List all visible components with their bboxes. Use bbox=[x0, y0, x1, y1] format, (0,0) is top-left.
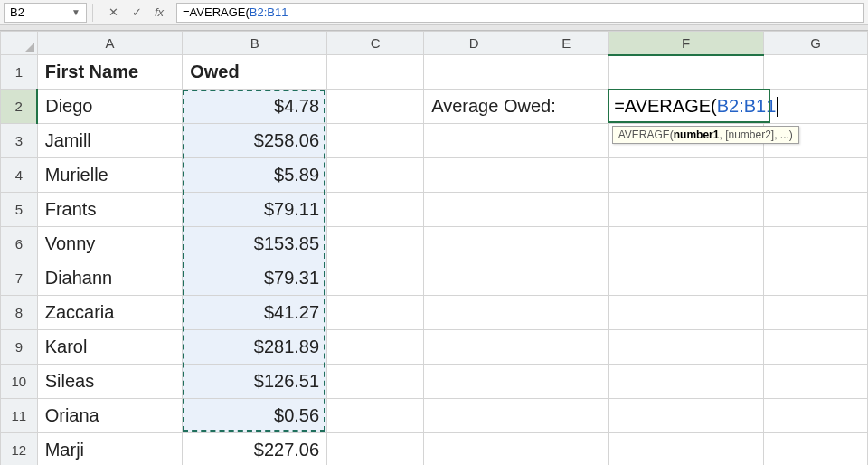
cell-F8[interactable] bbox=[609, 296, 764, 330]
cell-F2-editing[interactable]: =AVERAGE(B2:B11 bbox=[609, 90, 868, 124]
cell-E1[interactable] bbox=[524, 55, 609, 90]
row-header-3[interactable]: 3 bbox=[1, 124, 38, 158]
cell-D2[interactable]: Average Owed: bbox=[424, 90, 609, 124]
cell-D6[interactable] bbox=[424, 227, 524, 261]
cell-C3[interactable] bbox=[327, 124, 424, 158]
cell-A1[interactable]: First Name bbox=[37, 55, 182, 90]
cell-B5[interactable]: $79.11 bbox=[183, 193, 327, 227]
col-header-C[interactable]: C bbox=[327, 32, 424, 55]
cell-F11[interactable] bbox=[609, 399, 764, 433]
cell-F5[interactable] bbox=[609, 193, 764, 227]
cell-D7[interactable] bbox=[424, 261, 524, 296]
cell-G9[interactable] bbox=[764, 330, 868, 365]
cell-B8[interactable]: $41.27 bbox=[183, 296, 327, 330]
cell-C8[interactable] bbox=[327, 296, 424, 330]
name-box[interactable]: B2 ▼ bbox=[4, 3, 87, 23]
cell-A12[interactable]: Marji bbox=[37, 433, 182, 466]
cell-E5[interactable] bbox=[524, 193, 609, 227]
fx-icon[interactable]: fx bbox=[149, 5, 169, 19]
cell-B4[interactable]: $5.89 bbox=[183, 158, 327, 193]
cell-A2[interactable]: Diego bbox=[37, 90, 182, 124]
cell-C12[interactable] bbox=[327, 433, 424, 466]
row-header-5[interactable]: 5 bbox=[1, 193, 38, 227]
cell-E7[interactable] bbox=[524, 261, 609, 296]
cell-C1[interactable] bbox=[327, 55, 424, 90]
select-all-corner[interactable] bbox=[1, 32, 38, 55]
row-header-10[interactable]: 10 bbox=[1, 365, 38, 399]
cell-B11[interactable]: $0.56 bbox=[183, 399, 327, 433]
cell-D9[interactable] bbox=[424, 330, 524, 365]
cell-B2[interactable]: $4.78 bbox=[183, 90, 327, 124]
cell-E3[interactable] bbox=[524, 124, 609, 158]
row-header-12[interactable]: 12 bbox=[1, 433, 38, 466]
cell-C5[interactable] bbox=[327, 193, 424, 227]
col-header-E[interactable]: E bbox=[524, 32, 609, 55]
cell-D8[interactable] bbox=[424, 296, 524, 330]
cell-F12[interactable] bbox=[609, 433, 764, 466]
cancel-icon[interactable]: ✕ bbox=[102, 3, 124, 23]
row-header-4[interactable]: 4 bbox=[1, 158, 38, 193]
cell-F4[interactable] bbox=[609, 158, 764, 193]
cell-E12[interactable] bbox=[524, 433, 609, 466]
enter-icon[interactable]: ✓ bbox=[126, 3, 147, 23]
cell-A9[interactable]: Karol bbox=[37, 330, 182, 365]
cell-F1[interactable] bbox=[609, 55, 764, 90]
cell-B12[interactable]: $227.06 bbox=[183, 433, 327, 466]
cell-C6[interactable] bbox=[327, 227, 424, 261]
cell-G7[interactable] bbox=[764, 261, 868, 296]
cell-D12[interactable] bbox=[424, 433, 524, 466]
cell-G4[interactable] bbox=[764, 158, 868, 193]
cell-E11[interactable] bbox=[524, 399, 609, 433]
cell-A11[interactable]: Oriana bbox=[37, 399, 182, 433]
cell-G12[interactable] bbox=[764, 433, 868, 466]
cell-A4[interactable]: Murielle bbox=[37, 158, 182, 193]
cell-D3[interactable] bbox=[424, 124, 524, 158]
cell-E6[interactable] bbox=[524, 227, 609, 261]
cell-D5[interactable] bbox=[424, 193, 524, 227]
cell-D4[interactable] bbox=[424, 158, 524, 193]
col-header-A[interactable]: A bbox=[37, 32, 182, 55]
cell-G1[interactable] bbox=[764, 55, 868, 90]
cell-A10[interactable]: Sileas bbox=[37, 365, 182, 399]
formula-input[interactable]: =AVERAGE(B2:B11 bbox=[176, 3, 864, 23]
cell-B3[interactable]: $258.06 bbox=[183, 124, 327, 158]
row-header-11[interactable]: 11 bbox=[1, 399, 38, 433]
cell-B9[interactable]: $281.89 bbox=[183, 330, 327, 365]
col-header-D[interactable]: D bbox=[424, 32, 524, 55]
cell-C9[interactable] bbox=[327, 330, 424, 365]
cell-A3[interactable]: Jamill bbox=[37, 124, 182, 158]
row-header-1[interactable]: 1 bbox=[1, 55, 38, 90]
col-header-B[interactable]: B bbox=[183, 32, 327, 55]
cell-C11[interactable] bbox=[327, 399, 424, 433]
cell-D11[interactable] bbox=[424, 399, 524, 433]
cell-C2[interactable] bbox=[327, 90, 424, 124]
cell-B10[interactable]: $126.51 bbox=[183, 365, 327, 399]
row-header-6[interactable]: 6 bbox=[1, 227, 38, 261]
cell-E10[interactable] bbox=[524, 365, 609, 399]
cell-D1[interactable] bbox=[424, 55, 524, 90]
cell-F9[interactable] bbox=[609, 330, 764, 365]
col-header-F[interactable]: F bbox=[609, 32, 764, 55]
cell-C10[interactable] bbox=[327, 365, 424, 399]
cell-A7[interactable]: Diahann bbox=[37, 261, 182, 296]
col-header-G[interactable]: G bbox=[764, 32, 868, 55]
cell-E4[interactable] bbox=[524, 158, 609, 193]
cell-G11[interactable] bbox=[764, 399, 868, 433]
row-header-8[interactable]: 8 bbox=[1, 296, 38, 330]
cell-F10[interactable] bbox=[609, 365, 764, 399]
cell-A6[interactable]: Vonny bbox=[37, 227, 182, 261]
cell-E8[interactable] bbox=[524, 296, 609, 330]
cell-C7[interactable] bbox=[327, 261, 424, 296]
chevron-down-icon[interactable]: ▼ bbox=[71, 7, 80, 17]
cell-G8[interactable] bbox=[764, 296, 868, 330]
cell-G10[interactable] bbox=[764, 365, 868, 399]
cell-C4[interactable] bbox=[327, 158, 424, 193]
row-header-7[interactable]: 7 bbox=[1, 261, 38, 296]
cell-A8[interactable]: Zaccaria bbox=[37, 296, 182, 330]
cell-G6[interactable] bbox=[764, 227, 868, 261]
spreadsheet-grid[interactable]: A B C D E F G 1 First Name Owed 2 Diego … bbox=[0, 31, 868, 465]
cell-B7[interactable]: $79.31 bbox=[183, 261, 327, 296]
cell-F6[interactable] bbox=[609, 227, 764, 261]
row-header-9[interactable]: 9 bbox=[1, 330, 38, 365]
cell-E9[interactable] bbox=[524, 330, 609, 365]
